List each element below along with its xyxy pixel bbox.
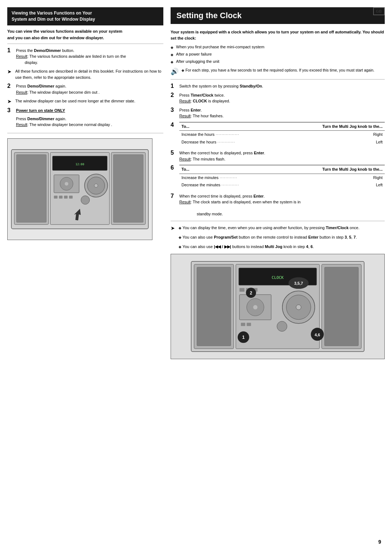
bullet-text-3: After unplugging the unit bbox=[176, 58, 219, 65]
right-step-num-6: 6 bbox=[171, 165, 176, 171]
result-label-r3: Result bbox=[179, 114, 191, 118]
left-arrow-note-2: ➤ The window displayer can be used more … bbox=[7, 98, 163, 105]
enter-bold-3: Enter bbox=[253, 194, 264, 198]
right-step-5: 5 When the correct hour is displayed, pr… bbox=[171, 150, 385, 162]
left-device-svg: 12:00 bbox=[8, 139, 152, 240]
bullet-text-2: After a power failure bbox=[176, 51, 212, 57]
jog-table-6: To... Turn the Multi Jog knob to the... … bbox=[179, 165, 385, 189]
svg-rect-2 bbox=[16, 154, 46, 222]
right-step-content-6: To... Turn the Multi Jog knob to the... … bbox=[179, 165, 385, 190]
left-intro-bold2: and you can also dim out for the window … bbox=[7, 36, 163, 40]
svg-rect-28 bbox=[240, 288, 245, 292]
bullet-item-3: ◆ After unplugging the unit bbox=[171, 58, 385, 65]
result-label-3: Result bbox=[16, 122, 27, 127]
left-arrow-content-2: The window displayer can be used more lo… bbox=[15, 98, 163, 104]
enter-bold-tip: Enter bbox=[308, 235, 318, 239]
svg-point-10 bbox=[65, 182, 68, 186]
result-label-r2: Result bbox=[179, 99, 191, 103]
left-step-num-2: 2 bbox=[7, 83, 13, 89]
bullet-item-2: ◆ After a power failure bbox=[171, 51, 385, 57]
jog-row6-2-dir: Left bbox=[280, 181, 385, 189]
right-tip-content-2: ◆ You can also use Program/Set button on… bbox=[179, 234, 385, 240]
arrow-sym-2: ➤ bbox=[7, 98, 13, 105]
right-device-svg: CLOCK 1 bbox=[171, 254, 384, 359]
bullet-section: ◆ When you first purchase the mini-compa… bbox=[171, 44, 385, 65]
svg-text:3,5,7: 3,5,7 bbox=[294, 281, 303, 285]
tip-diamond-3: ◆ bbox=[179, 245, 181, 249]
svg-rect-24 bbox=[324, 267, 358, 346]
left-step-content-3: Power turn on state ONLY Press Demo/Dimm… bbox=[16, 107, 163, 128]
right-step-num-3: 3 bbox=[171, 107, 176, 113]
gb-badge: GB bbox=[373, 7, 385, 15]
table-row: Decrease the hours ············ Left bbox=[179, 138, 385, 146]
svg-point-18 bbox=[81, 196, 90, 204]
left-arrow-note-1: ➤ All these functions are described in d… bbox=[7, 68, 163, 80]
left-step-num-3: 3 bbox=[7, 107, 13, 113]
left-step1-indent: display. bbox=[25, 60, 38, 65]
right-step-num-4: 4 bbox=[171, 122, 176, 128]
svg-rect-12 bbox=[59, 196, 62, 199]
diamond-1: ◆ bbox=[171, 45, 174, 50]
dots-1: ················ bbox=[216, 132, 239, 137]
left-header-line1: Viewing the Various Functions on Your bbox=[12, 11, 92, 16]
skip-buttons-bold: |◀◀ / ▶▶| bbox=[214, 244, 231, 249]
left-step-2: 2 Press Demo/Dimmer again. Result: The w… bbox=[7, 83, 163, 95]
jog-row6-2-action: Decrease the minutes ············ bbox=[179, 181, 280, 189]
svg-text:CLOCK: CLOCK bbox=[272, 275, 284, 280]
right-step-7: 7 When the correct time is displayed, pr… bbox=[171, 193, 385, 217]
tip-diamond-2: ◆ bbox=[179, 235, 181, 239]
demo-dimmer-bold-1: Demo/Dimmer bbox=[34, 48, 61, 53]
note-diamond: ◆ bbox=[181, 68, 184, 72]
power-note: Power turn on state ONLY bbox=[16, 107, 163, 114]
right-step-4: 4 To... Turn the Multi Jog knob to the..… bbox=[171, 122, 385, 147]
left-step-3: 3 Power turn on state ONLY Press Demo/Di… bbox=[7, 107, 163, 128]
enter-bold-1: Enter bbox=[191, 108, 201, 112]
dots-2: ············ bbox=[217, 140, 235, 144]
left-step-num-1: 1 bbox=[7, 48, 13, 53]
svg-rect-14 bbox=[69, 196, 73, 199]
jog-row4-1-action: Increase the hours ················ bbox=[179, 131, 280, 138]
bullet-text-1: When you first purchase the mini-compact… bbox=[176, 44, 264, 50]
right-tip-3: ➤ ◆ You can also use |◀◀ / ▶▶| buttons t… bbox=[171, 244, 385, 250]
jog-table-4-col2: Turn the Multi Jog knob to the... bbox=[280, 122, 385, 131]
power-label: Power turn on state ONLY bbox=[16, 108, 65, 113]
arrow-sym-1: ➤ bbox=[7, 68, 13, 75]
right-step-1: 1 Switch the system on by pressing Stand… bbox=[171, 83, 385, 89]
left-step-content-1: Press the Demo/Dimmer button. Result: Th… bbox=[16, 48, 163, 66]
left-section-header: Viewing the Various Functions on Your Sy… bbox=[7, 7, 163, 25]
right-step-content-7: When the correct time is displayed, pres… bbox=[179, 193, 385, 217]
right-step-content-4: To... Turn the Multi Jog knob to the... … bbox=[179, 122, 385, 147]
right-tip-1: ➤ ◆ You can display the time, even when … bbox=[171, 225, 385, 231]
table-row: Decrease the minutes ············ Left bbox=[179, 181, 385, 189]
svg-rect-13 bbox=[64, 196, 68, 199]
right-step-2: 2 Press Timer/Clock twice. Result: CLOCK… bbox=[171, 92, 385, 104]
dots-4: ············ bbox=[221, 183, 239, 187]
right-step-3: 3 Press Enter. Result: The hour flashes. bbox=[171, 107, 385, 119]
jog-table-4-col1: To... bbox=[179, 122, 280, 131]
note-text: For each step, you have a few seconds to… bbox=[185, 68, 375, 72]
page: Viewing the Various Functions on Your Sy… bbox=[0, 0, 392, 552]
left-arrow-content-1: All these functions are described in det… bbox=[15, 68, 163, 80]
svg-point-33 bbox=[253, 305, 257, 309]
result-indent-r7: standby mode. bbox=[197, 212, 223, 216]
dots-3: ············ bbox=[220, 175, 237, 180]
result-label-r7: Result bbox=[179, 200, 191, 204]
result-label-2: Result bbox=[16, 90, 27, 94]
result-label-r5: Result bbox=[179, 157, 191, 161]
left-intro-bold: You can view the various functions avail… bbox=[7, 29, 163, 33]
svg-rect-4 bbox=[113, 154, 143, 222]
svg-text:2: 2 bbox=[250, 291, 252, 296]
svg-rect-38 bbox=[247, 323, 251, 326]
timer-clock-once-bold: Timer/Clock bbox=[326, 226, 348, 230]
left-step-1: 1 Press the Demo/Dimmer button. Result: … bbox=[7, 48, 163, 66]
svg-text:1: 1 bbox=[242, 334, 245, 340]
right-device-image: CLOCK 1 bbox=[171, 254, 385, 359]
tip-diamond-1: ◆ bbox=[179, 226, 181, 230]
table-row: Increase the hours ················ Righ… bbox=[179, 131, 385, 138]
right-title: Setting the Clock bbox=[171, 7, 385, 24]
right-intro-bold: Your system is equipped with a clock whi… bbox=[171, 29, 385, 41]
svg-rect-37 bbox=[241, 323, 245, 326]
result-label-1: Result bbox=[16, 54, 27, 58]
diamond-2: ◆ bbox=[171, 52, 174, 57]
speaker-note-icon: 🔊 bbox=[171, 68, 179, 76]
